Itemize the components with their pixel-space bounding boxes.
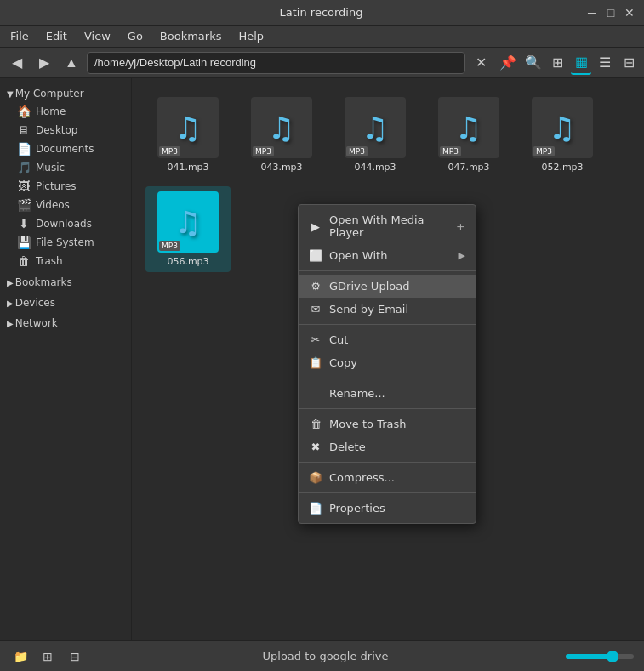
ctx-cut-label: Cut [329,333,348,346]
ctx-plus-icon: + [456,220,465,233]
ctx-copy-label: Copy [329,356,357,369]
maximize-button[interactable]: □ [603,5,618,20]
status-folder-button[interactable]: 📁 [10,646,31,667]
sidebar-item-home[interactable]: 🏠 Home [0,102,131,121]
menu-view[interactable]: View [77,28,117,44]
ctx-send-email[interactable]: ✉ Send by Email [299,298,476,321]
menu-bar: File Edit View Go Bookmarks Help [0,26,644,48]
pictures-icon: 🖼 [17,179,31,193]
music-note-icon: ♫ [455,111,482,145]
sidebar-item-documents[interactable]: 📄 Documents [0,139,131,158]
sidebar-item-desktop[interactable]: 🖥 Desktop [0,121,131,139]
menu-bookmarks[interactable]: Bookmarks [153,28,229,44]
file-item[interactable]: ♫ MP3 047.mp3 [426,92,511,178]
sidebar-my-computer[interactable]: ▼ My Computer [0,85,131,102]
sidebar-devices[interactable]: ▶ Devices [0,294,131,311]
sidebar: ▼ My Computer 🏠 Home 🖥 Desktop 📄 Documen… [0,78,132,640]
status-icons: 📁 ⊞ ⊟ [10,646,85,667]
sidebar-item-trash[interactable]: 🗑 Trash [0,252,131,270]
file-item[interactable]: ♫ MP3 041.mp3 [145,92,231,178]
menu-file[interactable]: File [3,28,36,44]
ctx-separator-3 [299,378,476,378]
up-button[interactable]: ▲ [60,51,83,75]
list-view-button[interactable]: ☰ [595,51,615,75]
mp3-badge: MP3 [440,146,461,156]
ctx-compress[interactable]: 📦 Compress... [299,466,476,489]
file-name: 056.mp3 [167,256,208,267]
sidebar-item-videos[interactable]: 🎬 Videos [0,196,131,214]
sidebar-item-filesystem[interactable]: 💾 File System [0,233,131,252]
context-menu: ▶ Open With Media Player + ⬜ Open With ▶… [298,204,476,524]
sidebar-bookmarks-section: ▶ Bookmarks [0,274,131,291]
sidebar-item-downloads-label: Downloads [36,218,92,230]
toolbar: ◀ ▶ ▲ ✕ 📌 🔍 ⊞ ▦ ☰ ⊟ [0,48,644,78]
sidebar-item-downloads[interactable]: ⬇ Downloads [0,214,131,233]
devices-expand-icon: ▶ [7,299,14,308]
ctx-gdrive-upload[interactable]: ⚙ GDrive Upload [299,275,476,298]
minimize-button[interactable]: ─ [584,5,600,20]
sidebar-network[interactable]: ▶ Network [0,315,131,332]
ctx-delete-label: Delete [329,441,366,453]
close-button[interactable]: ✕ [622,5,637,20]
status-sort-button[interactable]: ⊞ [37,646,58,667]
progress-slider[interactable] [566,654,634,659]
file-item[interactable]: ♫ MP3 043.mp3 [239,92,324,178]
sidebar-computer-section: ▼ My Computer 🏠 Home 🖥 Desktop 📄 Documen… [0,85,131,270]
ctx-move-trash[interactable]: 🗑 Move to Trash [299,412,476,435]
file-item-selected[interactable]: ♫ MP3 056.mp3 [145,186,231,272]
address-bar[interactable] [87,52,465,74]
back-button[interactable]: ◀ [5,51,29,75]
sidebar-computer-label: My Computer [15,88,84,100]
status-panel-button[interactable]: ⊟ [65,646,85,667]
sidebar-bookmarks[interactable]: ▶ Bookmarks [0,274,131,291]
status-bar: 📁 ⊞ ⊟ Upload to google drive [0,640,644,671]
progress-slider-container [566,654,634,659]
ctx-open-with[interactable]: ⬜ Open With ▶ [299,244,476,267]
filesystem-icon: 💾 [17,236,31,249]
ctx-copy[interactable]: 📋 Copy [299,351,476,374]
music-note-icon: ♫ [268,111,295,145]
sidebar-item-home-label: Home [36,105,66,117]
clear-address-button[interactable]: ✕ [469,51,493,75]
sidebar-item-pictures[interactable]: 🖼 Pictures [0,177,131,196]
sidebar-item-documents-label: Documents [36,143,94,155]
file-name: 052.mp3 [541,162,583,173]
mp3-badge: MP3 [159,241,180,251]
cut-icon: ✂ [309,333,322,346]
menu-help[interactable]: Help [231,28,271,44]
menu-go[interactable]: Go [121,28,150,44]
file-item[interactable]: ♫ MP3 044.mp3 [333,92,418,178]
trash-ctx-icon: 🗑 [309,418,322,430]
file-icon: ♫ MP3 [532,97,593,158]
downloads-icon: ⬇ [17,217,31,230]
file-icon: ♫ MP3 [438,97,499,158]
progress-thumb [607,651,618,662]
icon-view-button[interactable]: ▦ [571,51,591,75]
menu-edit[interactable]: Edit [39,28,74,44]
play-icon: ▶ [309,220,322,233]
mp3-badge: MP3 [346,146,368,156]
ctx-delete[interactable]: ✖ Delete [299,435,476,458]
sidebar-item-music[interactable]: 🎵 Music [0,158,131,177]
mp3-badge: MP3 [253,146,274,156]
sidebar-item-videos-label: Videos [36,199,70,211]
sidebar-item-music-label: Music [36,162,65,173]
file-item[interactable]: ♫ MP3 052.mp3 [520,92,605,178]
compact-view-button[interactable]: ⊟ [618,51,639,75]
ctx-rename-label: Rename... [329,387,385,400]
ctx-rename[interactable]: Rename... [299,382,476,405]
grid-view-button[interactable]: ⊞ [547,51,567,75]
home-icon: 🏠 [17,105,31,118]
ctx-properties[interactable]: 📄 Properties [299,497,476,520]
forward-button[interactable]: ▶ [32,51,56,75]
bookmark-button[interactable]: 📌 [496,51,520,75]
ctx-open-with-media-player[interactable]: ▶ Open With Media Player + [299,208,476,244]
ctx-separator-1 [299,270,476,271]
view-controls: 🔍 ⊞ ▦ ☰ ⊟ [523,51,639,75]
search-button[interactable]: 🔍 [523,51,544,75]
file-area[interactable]: ♫ MP3 041.mp3 ♫ MP3 043.mp3 ♫ MP3 044.m [132,78,644,640]
title-bar: Latin recording ─ □ ✕ [0,0,644,26]
ctx-cut[interactable]: ✂ Cut [299,328,476,351]
file-name: 047.mp3 [447,162,489,173]
email-icon: ✉ [309,303,322,316]
